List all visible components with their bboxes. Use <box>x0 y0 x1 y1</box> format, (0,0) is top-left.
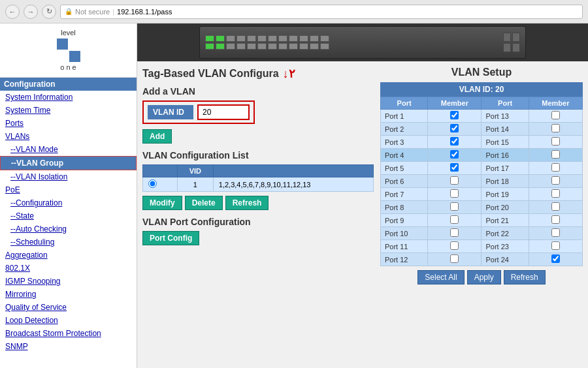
sidebar-item-8021x[interactable]: 802.1X <box>0 262 137 275</box>
port-indicator <box>247 43 256 50</box>
member-checkbox-right[interactable] <box>529 110 582 123</box>
sidebar-item-vlan-group[interactable]: --VLAN Group <box>0 156 137 170</box>
list-item: Port 1 Port 13 <box>381 110 583 123</box>
logo-level: level <box>5 29 131 37</box>
sidebar-item-qos[interactable]: Quality of Service <box>0 301 137 314</box>
sidebar-items-container: System InformationSystem TimePortsVLANs-… <box>0 91 137 353</box>
logo-cell-1 <box>57 38 68 50</box>
member-checkbox-left[interactable] <box>428 227 482 240</box>
member-checkbox-left[interactable] <box>428 110 482 123</box>
vlan-setup-panel: VLAN Setup VLAN ID: 20 Port Member Port … <box>380 67 583 363</box>
refresh-button[interactable]: Refresh <box>225 196 269 210</box>
modify-button[interactable]: Modify <box>142 196 182 210</box>
th-member2: Member <box>529 97 582 110</box>
port-left-label: Port 10 <box>381 227 428 240</box>
sidebar-item-system-time[interactable]: System Time <box>0 104 137 117</box>
sidebar: level o n e Configuration System Informa… <box>0 23 137 368</box>
member-checkbox-left[interactable] <box>428 188 482 201</box>
vlan-bottom-buttons: Select All Apply Refresh <box>380 270 583 284</box>
member-checkbox-right[interactable] <box>529 123 582 136</box>
sidebar-item-vlans[interactable]: VLANs <box>0 130 137 143</box>
member-checkbox-right[interactable] <box>529 240 582 253</box>
list-item: Port 11 Port 23 <box>381 240 583 253</box>
sidebar-item-snmp[interactable]: SNMP <box>0 340 137 353</box>
sidebar-item-ports[interactable]: Ports <box>0 117 137 130</box>
port-config-button[interactable]: Port Config <box>142 231 199 245</box>
member-checkbox-right[interactable] <box>529 136 582 149</box>
list-item: Port 2 Port 14 <box>381 123 583 136</box>
forward-button[interactable]: → <box>24 5 38 19</box>
sidebar-item-system-info[interactable]: System Information <box>0 91 137 104</box>
port-indicator <box>278 43 287 50</box>
row-radio[interactable] <box>143 177 178 192</box>
port-left-label: Port 11 <box>381 240 428 253</box>
sfp-port <box>512 43 520 52</box>
member-checkbox-left[interactable] <box>428 175 482 188</box>
port-right-label: Port 19 <box>482 188 529 201</box>
port-left-label: Port 6 <box>381 175 428 188</box>
member-checkbox-left[interactable] <box>428 136 482 149</box>
th-port1: Port <box>381 97 428 110</box>
sidebar-item-poe-state[interactable]: --State <box>0 209 137 222</box>
member-checkbox-right[interactable] <box>529 201 582 214</box>
logo-one: o n e <box>5 63 131 72</box>
port-indicator <box>289 35 298 42</box>
sfp-port <box>512 33 520 42</box>
port-indicator <box>237 35 246 42</box>
vlan-list-title: VLAN Configuration List <box>142 150 374 161</box>
vlan-refresh-button[interactable]: Refresh <box>504 270 546 284</box>
member-checkbox-right[interactable] <box>529 149 582 162</box>
content-split: Tag-Based VLAN Configura ↓٢ Add a VLAN V… <box>137 61 588 368</box>
member-checkbox-left[interactable] <box>428 201 482 214</box>
row-members: 1,2,3,4,5,6,7,8,9,10,11,12,13 <box>213 177 373 192</box>
port-indicator <box>310 43 319 50</box>
member-checkbox-left[interactable] <box>428 240 482 253</box>
port-indicator <box>320 35 329 42</box>
member-checkbox-left[interactable] <box>428 162 482 175</box>
member-checkbox-right[interactable] <box>529 188 582 201</box>
address-bar[interactable]: 🔒 Not secure | 192.168.1.1/pass <box>60 5 583 19</box>
sidebar-item-broadcast[interactable]: Broadcast Storm Protection <box>0 327 137 340</box>
port-indicator <box>216 43 225 50</box>
member-checkbox-right[interactable] <box>529 227 582 240</box>
select-all-button[interactable]: Select All <box>417 270 464 284</box>
member-checkbox-right[interactable] <box>529 175 582 188</box>
add-button[interactable]: Add <box>142 129 172 144</box>
vlan-id-input[interactable] <box>197 104 250 120</box>
reload-button[interactable]: ↻ <box>42 5 56 19</box>
list-item: Port 5 Port 17 <box>381 162 583 175</box>
port-indicator <box>299 43 308 50</box>
sidebar-item-scheduling[interactable]: --Scheduling <box>0 236 137 249</box>
page-title-text: Tag-Based VLAN Configura <box>142 68 279 80</box>
logo-area: level o n e <box>0 23 137 78</box>
sidebar-item-vlan-isolation[interactable]: --VLAN Isolation <box>0 170 137 183</box>
port-indicator <box>216 35 225 42</box>
list-item: Port 4 Port 16 <box>381 149 583 162</box>
sidebar-item-poe[interactable]: PoE <box>0 183 137 196</box>
sidebar-item-loop[interactable]: Loop Detection <box>0 314 137 327</box>
sidebar-item-auto-checking[interactable]: --Auto Checking <box>0 222 137 236</box>
sfp-port <box>503 43 511 52</box>
port-right-label: Port 16 <box>482 149 529 162</box>
apply-button[interactable]: Apply <box>467 270 501 284</box>
vlan-table-header-radio <box>143 165 178 177</box>
member-checkbox-left[interactable] <box>428 149 482 162</box>
port-left-label: Port 3 <box>381 136 428 149</box>
sidebar-item-aggregation[interactable]: Aggregation <box>0 249 137 262</box>
sidebar-item-igmp[interactable]: IGMP Snooping <box>0 275 137 288</box>
sidebar-item-mirroring[interactable]: Mirroring <box>0 288 137 301</box>
member-checkbox-right[interactable] <box>529 214 582 227</box>
member-checkbox-left[interactable] <box>428 253 482 266</box>
delete-button[interactable]: Delete <box>185 196 223 210</box>
port-left-label: Port 7 <box>381 188 428 201</box>
sidebar-item-poe-config[interactable]: --Configuration <box>0 196 137 209</box>
url-text: 192.168.1.1/pass <box>117 8 172 16</box>
port-left-label: Port 9 <box>381 214 428 227</box>
member-checkbox-right[interactable] <box>529 162 582 175</box>
member-checkbox-left[interactable] <box>428 214 482 227</box>
member-checkbox-right[interactable] <box>529 253 582 266</box>
back-button[interactable]: ← <box>5 5 20 19</box>
port-indicator <box>310 35 319 42</box>
sidebar-item-vlan-mode[interactable]: --VLAN Mode <box>0 143 137 156</box>
member-checkbox-left[interactable] <box>428 123 482 136</box>
